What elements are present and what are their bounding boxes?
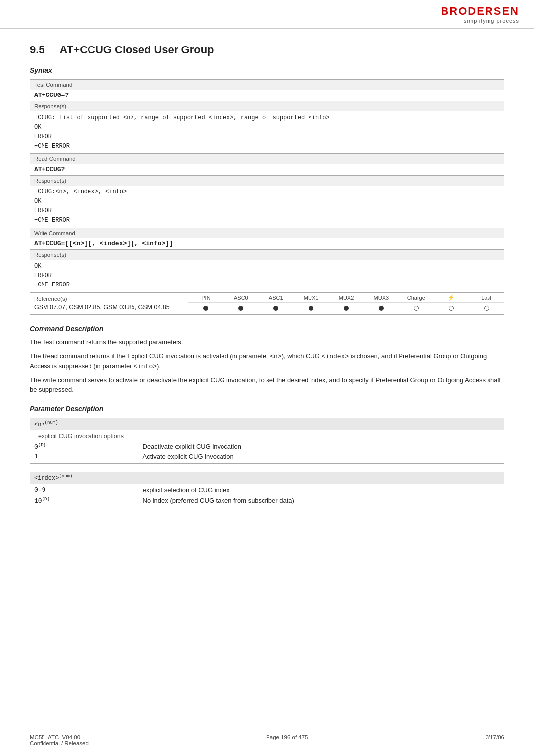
- ref-col-charge: Charge: [399, 295, 434, 301]
- ref-col-asc0: ASC0: [223, 295, 259, 301]
- circle-empty-last: [484, 306, 489, 311]
- test-response-content: +CCUG: list of supported <n>, range of s…: [30, 111, 504, 153]
- circle-filled-pin: [203, 306, 208, 311]
- write-command-text: AT+CCUG=[[<n>][, <index>][, <info>]]: [30, 238, 504, 250]
- circle-filled-mux3: [379, 306, 384, 311]
- brand-tagline: simplifying process: [441, 18, 519, 24]
- ref-val-pin: [188, 305, 223, 312]
- circle-filled-asc0: [238, 306, 243, 311]
- ref-val-special: [434, 305, 469, 312]
- cmd-desc-para3: The write command serves to activate or …: [30, 376, 504, 395]
- circle-filled-mux2: [344, 306, 349, 311]
- brand-name: BRODERSEN: [441, 5, 519, 18]
- read-command-text: AT+CCUG?: [30, 164, 504, 176]
- test-command-label-row: Test Command: [30, 80, 504, 90]
- read-response-cme: +CME ERROR: [34, 217, 70, 224]
- ref-val-mux2: [329, 305, 364, 312]
- write-command-label-row: Write Command: [30, 228, 504, 238]
- param-index-val09-row: 0-9 explicit selection of CUG index: [30, 484, 504, 496]
- param-n-val0: 0(D): [30, 442, 139, 452]
- param-n-table: <n>(num) explicit CUG invocation options…: [30, 418, 504, 464]
- ref-col-mux1: MUX1: [294, 295, 329, 301]
- ref-col-special: ⚡: [434, 294, 469, 301]
- ref-val-last: [469, 305, 504, 312]
- write-response-content: OK ERROR +CME ERROR: [30, 260, 504, 292]
- cmd-desc-para2: The Read command returns if the Explicit…: [30, 351, 504, 372]
- param-n-desc: explicit CUG invocation options: [30, 430, 504, 442]
- ref-header-row: PIN ASC0 ASC1 MUX1 MUX2 MUX3 Charge ⚡ La…: [188, 293, 504, 303]
- write-response-label: Response(s): [30, 249, 504, 260]
- test-response-error: ERROR: [34, 133, 52, 140]
- write-response-error: ERROR: [34, 272, 52, 279]
- footer-right: 3/17/06: [486, 734, 504, 746]
- ref-col-asc1: ASC1: [259, 295, 294, 301]
- param-n-val0-desc: Deactivate explicit CUG invocation: [139, 442, 504, 452]
- read-response-label-row: Response(s): [30, 175, 504, 186]
- param-index-val10: 10(D): [30, 496, 139, 508]
- write-command-label: Write Command: [30, 228, 504, 238]
- syntax-table: Test Command AT+CCUG=? Response(s) +CCUG…: [30, 79, 504, 315]
- ref-cell-left: Reference(s) GSM 07.07, GSM 02.85, GSM 0…: [30, 293, 188, 314]
- ref-col-mux2: MUX2: [329, 295, 364, 301]
- param-desc-heading: Parameter Description: [30, 405, 504, 413]
- param-index-val09-desc: explicit selection of CUG index: [139, 484, 504, 496]
- footer-center: Page 196 of 475: [266, 734, 308, 746]
- ref-val-asc0: [223, 305, 259, 312]
- test-response-line1: +CCUG: list of supported <n>, range of s…: [34, 114, 330, 121]
- section-number: 9.5: [30, 44, 45, 56]
- ref-row: Reference(s) GSM 07.07, GSM 02.85, GSM 0…: [30, 292, 504, 314]
- param-index-val09: 0-9: [30, 484, 139, 496]
- main-content: 9.5 AT+CCUG Closed User Group Syntax Tes…: [0, 29, 534, 546]
- ref-val-asc1: [259, 305, 294, 312]
- ref-col-mux3: MUX3: [363, 295, 399, 301]
- footer-status: Confidential / Released: [30, 740, 89, 746]
- param-index-val10-desc: No index (preferred CUG taken from subsc…: [139, 496, 504, 508]
- read-response-label: Response(s): [30, 175, 504, 186]
- section-heading: 9.5 AT+CCUG Closed User Group: [30, 44, 504, 56]
- ref-val-mux3: [363, 305, 399, 312]
- param-n-header: <n>(num): [30, 418, 504, 430]
- cmd-desc-para1: The Test command returns the supported p…: [30, 337, 504, 347]
- write-response-ok: OK: [34, 263, 41, 270]
- circle-empty-charge: [414, 306, 419, 311]
- test-command-row: AT+CCUG=?: [30, 90, 504, 101]
- parameter-description-section: Parameter Description <n>(num) explicit …: [30, 405, 504, 509]
- param-n-val1-desc: Activate explicit CUG invocation: [139, 452, 504, 464]
- command-description-section: Command Description The Test command ret…: [30, 325, 504, 395]
- page-header: BRODERSEN simplifying process: [0, 0, 534, 29]
- read-response-row: +CCUG:<n>, <index>, <info> OK ERROR +CME…: [30, 186, 504, 228]
- test-command-label: Test Command: [30, 80, 504, 90]
- test-response-cme: +CME ERROR: [34, 143, 70, 150]
- param-n-val0-row: 0(D) Deactivate explicit CUG invocation: [30, 442, 504, 452]
- ref-data-row: [188, 303, 504, 314]
- circle-filled-asc1: [273, 306, 278, 311]
- read-command-row: AT+CCUG?: [30, 164, 504, 176]
- ref-col-pin: PIN: [188, 295, 223, 301]
- circle-filled-mux1: [309, 306, 313, 311]
- ref-col-last: Last: [469, 295, 504, 301]
- footer-left: MC55_ATC_V04.00 Confidential / Released: [30, 734, 89, 746]
- test-response-row: +CCUG: list of supported <n>, range of s…: [30, 111, 504, 153]
- test-response-label: Response(s): [30, 101, 504, 112]
- test-response-ok: OK: [34, 124, 41, 131]
- footer-doc-id: MC55_ATC_V04.00: [30, 734, 89, 740]
- param-index-val10-row: 10(D) No index (preferred CUG taken from…: [30, 496, 504, 508]
- param-index-header: <index>(num): [30, 472, 504, 484]
- ref-val-mux1: [294, 305, 329, 312]
- param-n-val1-row: 1 Activate explicit CUG invocation: [30, 452, 504, 464]
- read-response-ok: OK: [34, 198, 41, 205]
- references-label: Reference(s): [34, 296, 184, 302]
- param-index-table: <index>(num) 0-9 explicit selection of C…: [30, 472, 504, 508]
- ref-cell-right: PIN ASC0 ASC1 MUX1 MUX2 MUX3 Charge ⚡ La…: [188, 293, 504, 314]
- circle-empty-special: [449, 306, 454, 311]
- read-response-content: +CCUG:<n>, <index>, <info> OK ERROR +CME…: [30, 186, 504, 228]
- write-response-cme: +CME ERROR: [34, 282, 70, 288]
- test-command-text: AT+CCUG=?: [30, 90, 504, 101]
- references-text: GSM 07.07, GSM 02.85, GSM 03.85, GSM 04.…: [34, 304, 184, 311]
- write-command-row: AT+CCUG=[[<n>][, <index>][, <info>]]: [30, 238, 504, 250]
- read-response-error: ERROR: [34, 207, 52, 214]
- param-n-val1: 1: [30, 452, 139, 464]
- ref-val-charge: [399, 305, 434, 312]
- read-response-line1: +CCUG:<n>, <index>, <info>: [34, 189, 127, 195]
- section-title: AT+CCUG Closed User Group: [60, 44, 214, 56]
